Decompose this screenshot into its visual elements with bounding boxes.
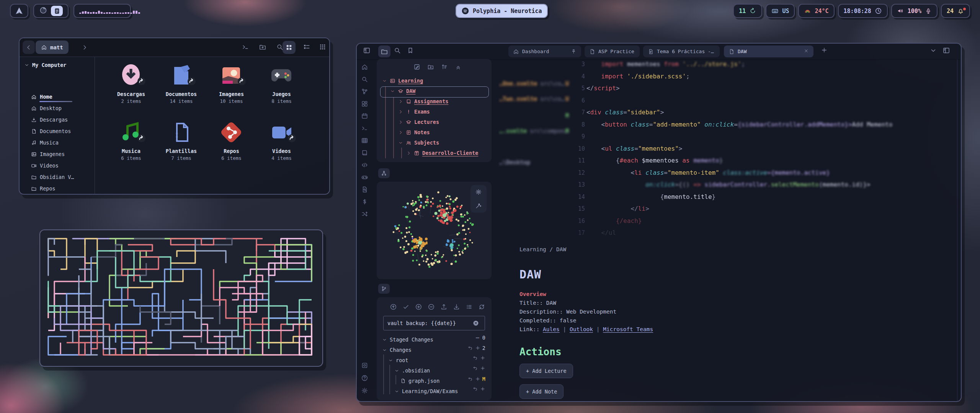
add-note-button[interactable]: + Add Note — [519, 384, 564, 399]
weather-widget[interactable]: 24°C — [798, 4, 834, 18]
right-sidebar-toggle-icon[interactable] — [942, 47, 950, 54]
git-row-changes[interactable]: Changes — [382, 345, 412, 355]
tree-item-subjects[interactable]: Subjects — [398, 138, 439, 148]
launcher-button[interactable] — [10, 4, 28, 18]
notifications-widget[interactable]: 24 — [941, 4, 970, 18]
git-row-staged-changes[interactable]: Staged Changes — [382, 335, 433, 345]
git-row-actions[interactable]: M — [468, 376, 485, 382]
keyboard-layout-widget[interactable]: US — [766, 4, 795, 18]
new-folder-icon[interactable] — [427, 63, 434, 70]
sidebar-item-obsidianv[interactable]: Obsidian V… — [31, 172, 74, 182]
gear-icon[interactable] — [475, 189, 482, 195]
git-minus-circle-icon[interactable] — [428, 303, 435, 311]
git-panel-tab[interactable] — [378, 284, 390, 294]
git-row-graph-json[interactable]: graph.json — [400, 376, 439, 386]
git-download-arr-icon[interactable] — [453, 303, 460, 311]
sidebar-item-musica[interactable]: Musica — [31, 138, 59, 148]
left-sidebar-toggle-icon[interactable] — [363, 47, 371, 54]
git-row-actions[interactable] — [473, 386, 485, 392]
tab-list-chevron-icon[interactable] — [929, 47, 937, 54]
folder-tile-repos[interactable]: Repos6 items — [206, 118, 256, 175]
git-row-root[interactable]: root — [388, 355, 408, 365]
git-row-actions[interactable]: 0 — [475, 335, 485, 341]
folder-tile-descargas[interactable]: Descargas2 items — [106, 61, 156, 118]
ribbon-table-icon[interactable] — [361, 137, 368, 144]
collapse-icon[interactable] — [455, 63, 462, 70]
sidebar-item-home[interactable]: Home — [31, 92, 52, 102]
add-lecture-button[interactable]: + Add Lecture — [519, 364, 573, 378]
tree-item-assignments[interactable]: Assignments — [398, 96, 448, 106]
note-link-microsoft-teams[interactable]: Microsoft Teams — [603, 326, 653, 332]
folder-tile-imagenes[interactable]: Imagenes10 items — [206, 61, 256, 118]
ribbon-code-pct-icon[interactable] — [361, 161, 368, 169]
tab-dashboard[interactable]: Dashboard — [508, 46, 581, 57]
new-tab-button[interactable] — [821, 47, 828, 54]
tree-item-daw[interactable]: DAW — [390, 86, 415, 96]
git-row-learning-daw-exams[interactable]: Learning/DAW/Exams — [394, 386, 458, 396]
tree-item-desarrollo-cliente[interactable]: Desarrollo-Cliente — [406, 148, 478, 158]
sidebar-item-desktop[interactable]: Desktop — [31, 103, 62, 113]
git-upload-icon[interactable] — [440, 303, 448, 311]
sidebar-item-descargas[interactable]: Descargas — [31, 115, 68, 125]
ribbon-gear-icon[interactable] — [361, 387, 368, 394]
commit-message-input[interactable] — [384, 320, 472, 326]
ribbon-book-icon[interactable] — [361, 149, 368, 156]
ribbon-shuffle-icon[interactable] — [361, 210, 368, 218]
bookmark-panel-tab-icon[interactable] — [407, 47, 414, 54]
tree-item-learning[interactable]: Learning — [382, 76, 423, 86]
ribbon-calendar-icon[interactable] — [361, 112, 368, 120]
ribbon-search-icon[interactable] — [361, 76, 368, 83]
now-playing-widget[interactable]: Polyphia - Neurotica — [456, 4, 548, 18]
ribbon-terminal-icon[interactable] — [361, 125, 368, 132]
ribbon-gamepad-sm-icon[interactable] — [361, 174, 368, 181]
compact-view-button[interactable] — [319, 43, 327, 51]
forward-button[interactable] — [78, 41, 91, 54]
ribbon-dollar-icon[interactable] — [361, 198, 368, 205]
ribbon-home-icon[interactable] — [361, 63, 368, 71]
new-folder-icon[interactable] — [259, 43, 266, 51]
files-panel-tab[interactable] — [378, 46, 390, 57]
sidebar-root[interactable]: My Computer — [24, 62, 66, 68]
dock-app-active[interactable] — [51, 6, 63, 16]
git-row--obsidian[interactable]: .obsidian — [394, 366, 430, 376]
folder-tile-juegos[interactable]: Juegos8 items — [256, 61, 307, 118]
list-view-button[interactable] — [303, 43, 310, 51]
search-panel-tab-icon[interactable] — [394, 47, 401, 54]
tree-item-exams[interactable]: Exams — [398, 107, 430, 117]
volume-widget[interactable]: 100% — [891, 4, 938, 18]
git-row-actions[interactable] — [473, 355, 485, 361]
ribbon-vault-icon[interactable] — [361, 362, 368, 369]
ribbon-file-search-icon[interactable] — [361, 186, 368, 193]
grid-view-button[interactable] — [283, 41, 296, 54]
note-breadcrumb[interactable]: Learning / DAW — [519, 246, 941, 252]
git-refresh2-icon[interactable] — [478, 303, 485, 311]
tree-item-notes[interactable]: Notes — [398, 127, 430, 137]
graph-panel-tab[interactable] — [378, 168, 390, 178]
note-link-outlook[interactable]: Outlook — [570, 326, 593, 332]
tab-tema-6-pr-cticas-[interactable]: Tema 6 Prácticas -… — [643, 46, 720, 57]
git-row-actions[interactable]: 2 — [468, 345, 485, 351]
folder-tile-videos[interactable]: Videos4 items — [256, 118, 307, 175]
folder-tile-documentos[interactable]: Documentos14 items — [156, 61, 206, 118]
wand-icon[interactable] — [475, 202, 482, 209]
git-plus-circle-icon[interactable] — [415, 303, 422, 311]
ribbon-graph-icon[interactable] — [361, 88, 368, 95]
tab-close[interactable] — [804, 48, 809, 55]
dock-app[interactable] — [39, 6, 47, 16]
sidebar-item-repos[interactable]: Repos — [31, 184, 56, 193]
ribbon-cards-icon[interactable] — [361, 100, 368, 107]
folder-tile-plantillas[interactable]: Plantillas7 items — [156, 118, 206, 175]
git-row-actions[interactable] — [473, 366, 485, 371]
git-check-icon[interactable] — [402, 303, 410, 311]
git-list2-icon[interactable] — [466, 303, 473, 311]
sidebar-item-imagenes[interactable]: Imagenes — [31, 149, 65, 159]
tree-item-lectures[interactable]: Lectures — [398, 117, 439, 127]
git-backup-icon[interactable] — [390, 303, 397, 311]
sidebar-item-documentos[interactable]: Documentos — [31, 126, 71, 136]
clock-widget[interactable]: 18:08:28 — [838, 4, 888, 18]
sort-icon[interactable] — [441, 63, 448, 70]
ribbon-help-icon[interactable] — [361, 374, 368, 382]
tab-asp-practice-6[interactable]: ASP Practice 6 — [585, 46, 640, 57]
clear-icon[interactable] — [472, 320, 479, 327]
note-link-aules[interactable]: Aules — [543, 326, 560, 332]
